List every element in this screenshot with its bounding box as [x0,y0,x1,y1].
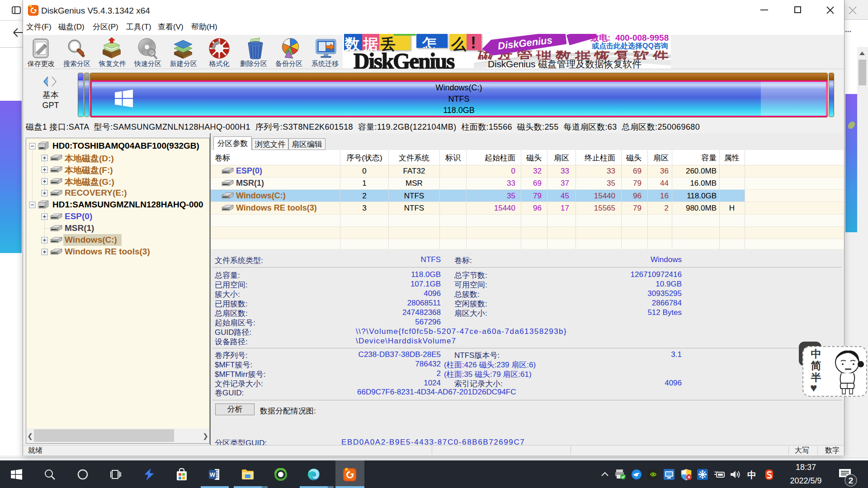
svg-text:W: W [210,471,216,478]
svg-text:2: 2 [849,476,854,485]
